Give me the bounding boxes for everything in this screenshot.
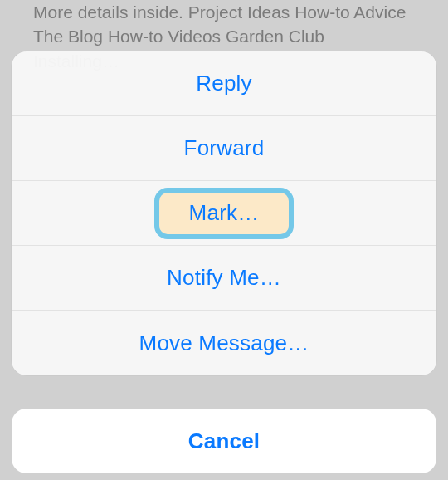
action-notify-me-label: Notify Me… <box>167 265 281 291</box>
action-move-message-label: Move Message… <box>139 331 309 356</box>
action-forward[interactable]: Forward <box>12 116 436 181</box>
cancel-button[interactable]: Cancel <box>12 409 436 473</box>
action-forward-label: Forward <box>184 135 265 161</box>
action-mark[interactable]: Mark… <box>12 181 436 246</box>
action-sheet: Reply Forward Mark… Notify Me… Move Mess… <box>12 51 436 375</box>
cancel-button-label: Cancel <box>188 429 260 454</box>
highlight-annotation: Mark… <box>154 188 294 239</box>
action-reply-label: Reply <box>196 71 251 96</box>
action-reply[interactable]: Reply <box>12 51 436 116</box>
action-move-message[interactable]: Move Message… <box>12 311 436 375</box>
action-mark-label: Mark… <box>189 200 260 226</box>
action-notify-me[interactable]: Notify Me… <box>12 246 436 311</box>
